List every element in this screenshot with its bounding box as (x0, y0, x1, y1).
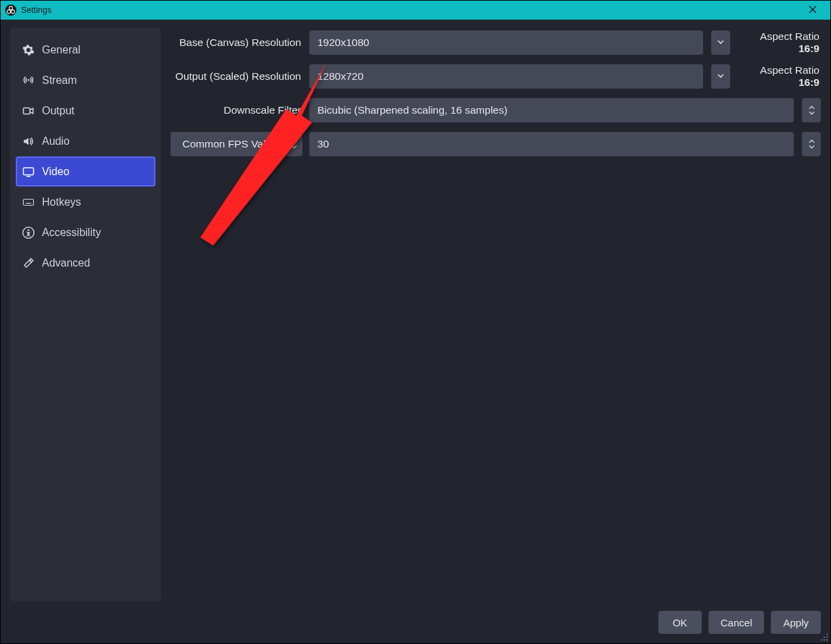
gear-icon (22, 44, 35, 56)
broadcast-icon (22, 74, 35, 87)
speaker-icon (22, 135, 35, 147)
row-output-resolution: Output (Scaled) Resolution 1280x720 Aspe… (171, 64, 821, 89)
downscale-filter-combobox[interactable]: Bicubic (Sharpened scaling, 16 samples) (309, 98, 794, 122)
close-icon (809, 4, 817, 16)
app-icon (5, 4, 17, 16)
cancel-button[interactable]: Cancel (709, 611, 765, 634)
sidebar-item-label: Accessibility (42, 227, 101, 239)
base-resolution-combobox[interactable]: 1920x1080 (309, 30, 703, 55)
sidebar-item-video[interactable]: Video (16, 156, 156, 187)
base-resolution-dropdown-button[interactable] (711, 30, 730, 55)
sidebar-item-label: Stream (42, 74, 77, 87)
svg-point-18 (28, 229, 30, 231)
row-downscale-filter: Downscale Filter Bicubic (Sharpened scal… (171, 98, 821, 122)
svg-rect-7 (24, 108, 30, 114)
titlebar: Settings (1, 1, 830, 20)
sidebar-item-hotkeys[interactable]: Hotkeys (16, 187, 156, 217)
fps-mode-stepper[interactable] (286, 132, 302, 156)
output-icon (22, 105, 35, 117)
svg-point-6 (28, 78, 30, 80)
sidebar: General Stream Output Audio (10, 28, 161, 601)
sidebar-item-stream[interactable]: Stream (16, 65, 156, 95)
close-button[interactable] (798, 1, 828, 20)
sidebar-item-label: General (42, 44, 81, 56)
chevron-down-icon (809, 111, 815, 115)
window-title: Settings (21, 5, 798, 15)
sidebar-item-label: Video (42, 166, 70, 178)
output-resolution-dropdown-button[interactable] (711, 64, 730, 89)
base-aspect-ratio: Aspect Ratio 16:9 (737, 30, 821, 55)
chevron-up-icon (809, 139, 815, 143)
sidebar-item-advanced[interactable]: Advanced (16, 248, 156, 278)
output-resolution-combobox[interactable]: 1280x720 (309, 64, 703, 89)
output-resolution-value: 1280x720 (317, 70, 695, 83)
accessibility-icon (22, 227, 35, 239)
svg-rect-23 (824, 639, 825, 641)
downscale-filter-label: Downscale Filter (171, 104, 302, 116)
dialog-body: General Stream Output Audio (1, 20, 830, 608)
fps-value: 30 (317, 138, 786, 150)
svg-rect-21 (824, 637, 825, 638)
svg-rect-10 (24, 199, 34, 205)
sidebar-item-label: Output (42, 105, 74, 117)
sidebar-item-label: Audio (42, 135, 70, 147)
sidebar-item-label: Hotkeys (42, 196, 81, 208)
base-resolution-value: 1920x1080 (317, 37, 695, 49)
sidebar-item-general[interactable]: General (16, 34, 156, 65)
sidebar-item-label: Advanced (42, 257, 90, 269)
content-panel: Base (Canvas) Resolution 1920x1080 Aspec… (171, 28, 821, 601)
output-aspect-ratio: Aspect Ratio 16:9 (737, 64, 821, 89)
downscale-filter-stepper[interactable] (802, 98, 821, 122)
fps-mode-label: Common FPS Values (179, 138, 286, 150)
dialog-footer: OK Cancel Apply (1, 608, 830, 643)
svg-rect-24 (821, 639, 822, 641)
sidebar-item-audio[interactable]: Audio (16, 126, 156, 156)
fps-value-combobox[interactable]: 30 (309, 132, 794, 156)
fps-value-stepper[interactable] (802, 132, 821, 156)
sidebar-item-output[interactable]: Output (16, 95, 156, 126)
fps-mode-combobox[interactable]: Common FPS Values (171, 132, 302, 156)
chevron-up-icon (291, 139, 297, 143)
sidebar-item-accessibility[interactable]: Accessibility (16, 217, 156, 248)
chevron-down-icon (809, 145, 815, 149)
row-fps: Common FPS Values 30 (171, 132, 821, 156)
svg-rect-20 (826, 637, 828, 638)
svg-rect-19 (826, 634, 828, 635)
chevron-down-icon (291, 145, 297, 149)
chevron-down-icon (717, 70, 725, 83)
downscale-filter-value: Bicubic (Sharpened scaling, 16 samples) (317, 104, 786, 116)
output-resolution-label: Output (Scaled) Resolution (171, 70, 302, 83)
settings-window: Settings General Stream (0, 0, 831, 644)
resize-grip[interactable] (819, 632, 829, 642)
svg-rect-22 (826, 639, 828, 641)
svg-rect-8 (24, 168, 34, 175)
tools-icon (22, 257, 35, 269)
base-resolution-label: Base (Canvas) Resolution (171, 37, 302, 49)
monitor-icon (22, 166, 35, 178)
chevron-down-icon (717, 37, 725, 49)
keyboard-icon (22, 196, 35, 208)
chevron-up-icon (809, 106, 815, 110)
ok-button[interactable]: OK (658, 611, 702, 634)
row-base-resolution: Base (Canvas) Resolution 1920x1080 Aspec… (171, 30, 821, 55)
apply-button[interactable]: Apply (771, 611, 821, 634)
